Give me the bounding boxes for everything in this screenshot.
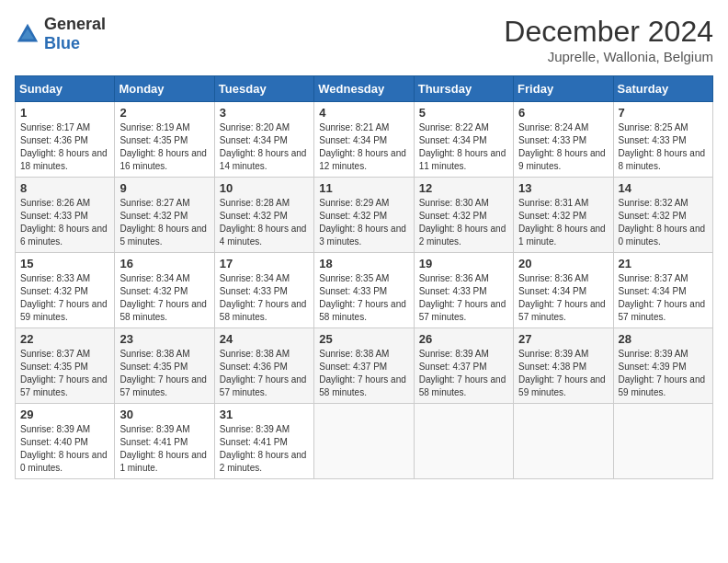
logo: General Blue [15,15,106,53]
day-info: Sunrise: 8:37 AMSunset: 4:34 PMDaylight:… [619,273,706,322]
day-number: 4 [319,106,408,120]
day-number: 17 [220,257,309,270]
day-number: 31 [220,408,309,421]
calendar-cell: 30Sunrise: 8:39 AMSunset: 4:41 PMDayligh… [115,404,214,479]
day-number: 8 [20,181,109,195]
calendar-cell [414,404,513,479]
day-number: 30 [119,408,209,421]
day-number: 15 [20,257,109,270]
day-info: Sunrise: 8:34 AMSunset: 4:33 PMDaylight:… [220,273,307,322]
day-info: Sunrise: 8:36 AMSunset: 4:34 PMDaylight:… [518,273,606,322]
day-number: 23 [119,332,209,346]
calendar-cell: 12Sunrise: 8:30 AMSunset: 4:32 PMDayligh… [414,178,513,253]
day-number: 6 [518,106,608,120]
day-number: 18 [319,257,408,270]
day-number: 12 [419,181,508,195]
day-info: Sunrise: 8:22 AMSunset: 4:34 PMDaylight:… [419,122,506,171]
day-info: Sunrise: 8:38 AMSunset: 4:35 PMDaylight:… [119,349,207,397]
location-subtitle: Juprelle, Wallonia, Belgium [504,49,713,64]
day-info: Sunrise: 8:31 AMSunset: 4:32 PMDaylight:… [518,198,606,247]
calendar-cell: 15Sunrise: 8:33 AMSunset: 4:32 PMDayligh… [16,253,115,328]
calendar-cell: 17Sunrise: 8:34 AMSunset: 4:33 PMDayligh… [214,253,313,328]
calendar-cell: 10Sunrise: 8:28 AMSunset: 4:32 PMDayligh… [214,178,313,253]
calendar-cell: 2Sunrise: 8:19 AMSunset: 4:35 PMDaylight… [115,102,214,178]
calendar-cell: 1Sunrise: 8:17 AMSunset: 4:36 PMDaylight… [16,102,115,178]
day-info: Sunrise: 8:21 AMSunset: 4:34 PMDaylight:… [319,122,406,171]
day-number: 27 [518,332,608,346]
day-info: Sunrise: 8:28 AMSunset: 4:32 PMDaylight:… [220,198,307,247]
col-header-monday: Monday [115,76,214,102]
calendar-cell: 19Sunrise: 8:36 AMSunset: 4:33 PMDayligh… [414,253,513,328]
day-info: Sunrise: 8:26 AMSunset: 4:33 PMDaylight:… [20,198,108,247]
calendar-cell: 20Sunrise: 8:36 AMSunset: 4:34 PMDayligh… [514,253,613,328]
day-info: Sunrise: 8:39 AMSunset: 4:37 PMDaylight:… [419,349,506,397]
day-info: Sunrise: 8:24 AMSunset: 4:33 PMDaylight:… [518,122,606,171]
day-number: 13 [518,181,608,195]
calendar-cell: 25Sunrise: 8:38 AMSunset: 4:37 PMDayligh… [314,328,414,404]
col-header-thursday: Thursday [414,76,513,102]
day-info: Sunrise: 8:17 AMSunset: 4:36 PMDaylight:… [20,122,108,171]
day-info: Sunrise: 8:19 AMSunset: 4:35 PMDaylight:… [119,122,207,171]
day-number: 5 [419,106,508,120]
day-number: 10 [220,181,309,195]
day-number: 29 [20,408,109,421]
day-number: 1 [20,106,109,120]
calendar-cell [514,404,613,479]
col-header-friday: Friday [514,76,613,102]
day-info: Sunrise: 8:25 AMSunset: 4:33 PMDaylight:… [619,122,706,171]
day-info: Sunrise: 8:38 AMSunset: 4:37 PMDaylight:… [319,349,406,397]
col-header-wednesday: Wednesday [314,76,414,102]
calendar-cell: 31Sunrise: 8:39 AMSunset: 4:41 PMDayligh… [214,404,313,479]
calendar-cell: 23Sunrise: 8:38 AMSunset: 4:35 PMDayligh… [115,328,214,404]
day-number: 22 [20,332,109,346]
day-number: 11 [319,181,408,195]
day-number: 16 [119,257,209,270]
calendar-cell: 16Sunrise: 8:34 AMSunset: 4:32 PMDayligh… [115,253,214,328]
day-info: Sunrise: 8:38 AMSunset: 4:36 PMDaylight:… [220,349,307,397]
day-info: Sunrise: 8:35 AMSunset: 4:33 PMDaylight:… [319,273,406,322]
day-info: Sunrise: 8:30 AMSunset: 4:32 PMDaylight:… [419,198,506,247]
day-info: Sunrise: 8:39 AMSunset: 4:41 PMDaylight:… [220,424,307,473]
calendar-cell: 4Sunrise: 8:21 AMSunset: 4:34 PMDaylight… [314,102,414,178]
logo-icon [15,21,40,47]
month-title: December 2024 [504,15,713,49]
day-info: Sunrise: 8:39 AMSunset: 4:40 PMDaylight:… [20,424,108,473]
calendar-table: SundayMondayTuesdayWednesdayThursdayFrid… [15,75,713,479]
calendar-cell: 13Sunrise: 8:31 AMSunset: 4:32 PMDayligh… [514,178,613,253]
day-number: 21 [619,257,708,270]
day-number: 3 [220,106,309,120]
day-info: Sunrise: 8:39 AMSunset: 4:38 PMDaylight:… [518,349,606,397]
day-number: 26 [419,332,508,346]
day-info: Sunrise: 8:37 AMSunset: 4:35 PMDaylight:… [20,349,108,397]
calendar-cell [314,404,414,479]
calendar-cell: 14Sunrise: 8:32 AMSunset: 4:32 PMDayligh… [613,178,712,253]
day-info: Sunrise: 8:29 AMSunset: 4:32 PMDaylight:… [319,198,406,247]
col-header-sunday: Sunday [16,76,115,102]
day-info: Sunrise: 8:36 AMSunset: 4:33 PMDaylight:… [419,273,506,322]
day-number: 7 [619,106,708,120]
day-number: 24 [220,332,309,346]
day-number: 9 [119,181,209,195]
day-number: 2 [119,106,209,120]
calendar-cell: 18Sunrise: 8:35 AMSunset: 4:33 PMDayligh… [314,253,414,328]
page-header: General Blue December 2024 Juprelle, Wal… [15,15,713,64]
calendar-cell: 5Sunrise: 8:22 AMSunset: 4:34 PMDaylight… [414,102,513,178]
day-info: Sunrise: 8:33 AMSunset: 4:32 PMDaylight:… [20,273,108,322]
calendar-cell: 24Sunrise: 8:38 AMSunset: 4:36 PMDayligh… [214,328,313,404]
calendar-cell: 9Sunrise: 8:27 AMSunset: 4:32 PMDaylight… [115,178,214,253]
day-info: Sunrise: 8:39 AMSunset: 4:41 PMDaylight:… [119,424,207,473]
calendar-cell: 28Sunrise: 8:39 AMSunset: 4:39 PMDayligh… [613,328,712,404]
day-number: 28 [619,332,708,346]
calendar-cell: 26Sunrise: 8:39 AMSunset: 4:37 PMDayligh… [414,328,513,404]
calendar-cell: 22Sunrise: 8:37 AMSunset: 4:35 PMDayligh… [16,328,115,404]
calendar-cell: 7Sunrise: 8:25 AMSunset: 4:33 PMDaylight… [613,102,712,178]
day-info: Sunrise: 8:27 AMSunset: 4:32 PMDaylight:… [119,198,207,247]
day-info: Sunrise: 8:34 AMSunset: 4:32 PMDaylight:… [119,273,207,322]
calendar-cell: 29Sunrise: 8:39 AMSunset: 4:40 PMDayligh… [16,404,115,479]
day-info: Sunrise: 8:32 AMSunset: 4:32 PMDaylight:… [619,198,706,247]
calendar-cell: 11Sunrise: 8:29 AMSunset: 4:32 PMDayligh… [314,178,414,253]
logo-blue: Blue [44,34,80,52]
logo-text: General Blue [44,15,106,53]
col-header-saturday: Saturday [613,76,712,102]
calendar-cell: 6Sunrise: 8:24 AMSunset: 4:33 PMDaylight… [514,102,613,178]
